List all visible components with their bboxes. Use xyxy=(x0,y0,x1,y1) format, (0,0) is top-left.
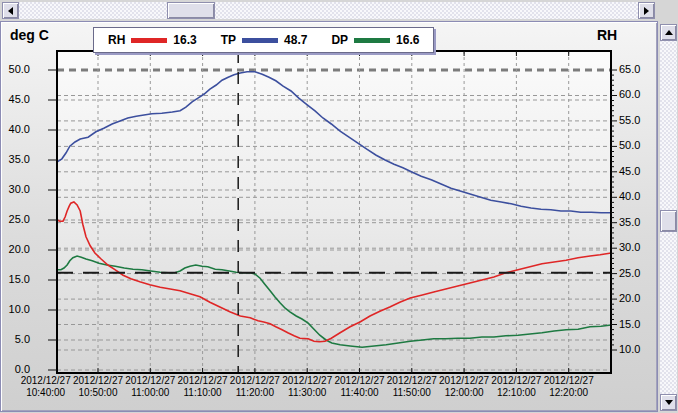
legend-item-rh: RH16.3 xyxy=(108,33,197,47)
down-arrow-icon xyxy=(665,400,673,405)
legend-series-value: 16.3 xyxy=(173,33,196,47)
legend-item-dp: DP16.6 xyxy=(331,33,419,47)
legend-series-value: 48.7 xyxy=(284,33,307,47)
up-arrow-icon xyxy=(665,30,673,35)
legend-color-swatch xyxy=(242,38,278,43)
legend-box: RH16.3TP48.7DP16.6 xyxy=(93,27,434,53)
legend-series-value: 16.6 xyxy=(396,33,419,47)
legend-series-name: DP xyxy=(331,33,348,47)
vertical-scrollbar[interactable] xyxy=(660,24,677,411)
legend-series-name: RH xyxy=(108,33,125,47)
horizontal-scrollbar[interactable] xyxy=(2,2,655,19)
scroll-left-button[interactable] xyxy=(2,2,19,19)
vertical-scrollbar-thumb[interactable] xyxy=(660,210,677,232)
scroll-up-button[interactable] xyxy=(660,24,677,41)
horizontal-scrollbar-thumb[interactable] xyxy=(167,2,215,19)
legend-series-name: TP xyxy=(221,33,236,47)
left-arrow-icon xyxy=(8,7,13,15)
legend-item-tp: TP48.7 xyxy=(221,33,308,47)
scroll-down-button[interactable] xyxy=(660,394,677,411)
plot-area[interactable] xyxy=(0,0,678,413)
legend-color-swatch xyxy=(354,38,390,43)
legend-color-swatch xyxy=(131,38,167,43)
scroll-right-button[interactable] xyxy=(638,2,655,19)
right-arrow-icon xyxy=(644,7,649,15)
